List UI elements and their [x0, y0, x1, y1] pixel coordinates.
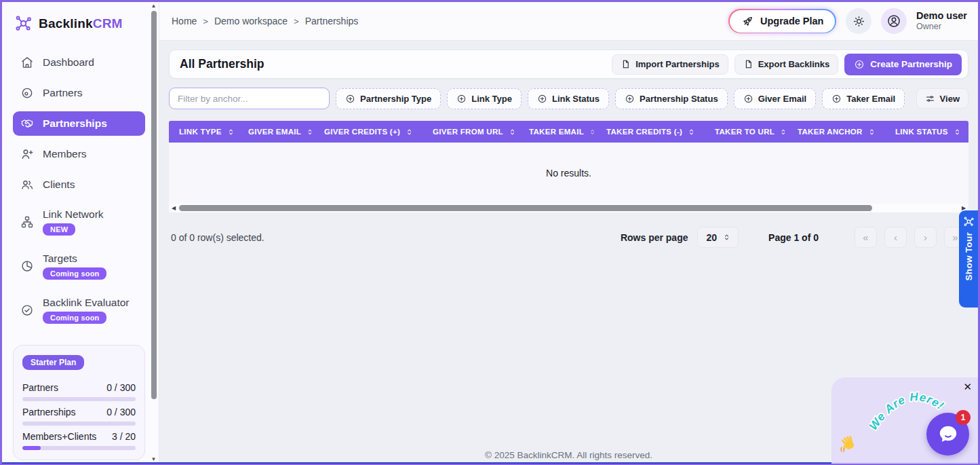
- sort-icon: [867, 128, 876, 136]
- filter-giver-email[interactable]: Giver Email: [734, 88, 817, 109]
- usage-row-members-clients: Members+Clients 3 / 20: [22, 431, 136, 450]
- breadcrumb-workspace[interactable]: Demo workspace: [214, 16, 288, 26]
- sort-icon: [227, 128, 235, 136]
- file-icon: [621, 59, 631, 69]
- column-taker-anchor[interactable]: TAKER ANCHOR: [787, 128, 885, 136]
- usage-row-partnerships: Partnerships 0 / 300: [22, 407, 136, 426]
- filter-partnership-type[interactable]: Partnership Type: [336, 88, 441, 109]
- sidebar-item-clients[interactable]: Clients: [13, 172, 145, 197]
- sidebar: BacklinkCRM Dashboard Partners Partnersh…: [2, 2, 159, 464]
- scroll-down-icon[interactable]: ▼: [151, 456, 157, 463]
- file-icon: [743, 59, 753, 69]
- sidebar-item-targets[interactable]: Targets Coming soon: [13, 247, 145, 285]
- user-name: Demo user: [916, 10, 967, 22]
- sort-icon: [508, 128, 517, 136]
- sort-icon: [405, 128, 414, 136]
- handshake-icon: [20, 117, 34, 130]
- import-partnerships-button[interactable]: Import Partnerships: [612, 54, 728, 75]
- new-badge: NEW: [43, 223, 75, 236]
- close-icon[interactable]: ✕: [963, 382, 972, 392]
- plus-circle-icon: [456, 94, 467, 104]
- brand-network-icon: [14, 14, 33, 33]
- filter-link-type[interactable]: Link Type: [447, 88, 522, 109]
- brand-name: BacklinkCRM: [39, 16, 123, 31]
- rows-per-page-label: Rows per page: [621, 232, 688, 243]
- sidebar-item-backlink-evaluator[interactable]: Backlink Evaluator Coming soon: [13, 291, 145, 329]
- table-header-row: LINK TYPE GIVER EMAIL GIVER CREDITS (+) …: [169, 121, 968, 143]
- coming-soon-badge: Coming soon: [43, 312, 106, 324]
- plus-circle-icon: [625, 94, 635, 104]
- column-taker-to-url[interactable]: TAKER TO URL: [705, 128, 787, 136]
- scroll-left-icon[interactable]: ◀: [170, 205, 177, 211]
- avatar[interactable]: [881, 8, 907, 34]
- plan-name-badge: Starter Plan: [22, 355, 84, 370]
- users-icon: [20, 178, 34, 191]
- rows-selected-text: 0 of 0 row(s) selected.: [171, 232, 264, 243]
- sliders-icon: [925, 94, 935, 104]
- sidebar-item-dashboard[interactable]: Dashboard: [13, 50, 145, 75]
- usage-value: 3 / 20: [112, 431, 136, 442]
- plus-circle-icon: [537, 94, 547, 104]
- chat-bubble-icon: [937, 423, 960, 446]
- chat-launcher-button[interactable]: 1: [926, 413, 969, 455]
- show-tour-label: Show Tour: [964, 232, 974, 280]
- coming-soon-badge: Coming soon: [43, 267, 106, 280]
- export-backlinks-button[interactable]: Export Backlinks: [734, 54, 839, 75]
- usage-value: 0 / 300: [106, 407, 136, 417]
- filter-taker-email[interactable]: Taker Email: [822, 88, 905, 109]
- user-role: Owner: [916, 22, 967, 31]
- column-taker-credits[interactable]: TAKER CREDITS (-): [596, 128, 705, 136]
- scrollbar-thumb[interactable]: [151, 11, 157, 399]
- scrollbar-thumb[interactable]: [179, 205, 872, 211]
- usage-label: Members+Clients: [22, 431, 96, 442]
- usage-progressbar: [22, 422, 136, 426]
- sidebar-item-partnerships[interactable]: Partnerships: [13, 111, 145, 136]
- sort-icon: [953, 128, 962, 136]
- sidebar-nav: Dashboard Partners Partnerships Members …: [13, 50, 145, 335]
- home-icon: [20, 56, 34, 69]
- plan-usage-card: Starter Plan Partners 0 / 300 Partnershi…: [13, 345, 145, 460]
- usage-value: 0 / 300: [106, 382, 136, 393]
- sidebar-item-members[interactable]: Members: [13, 142, 145, 166]
- main-area: Home > Demo workspace > Partnerships Upg…: [159, 2, 978, 464]
- sidebar-scrollbar[interactable]: ▲ ▼: [149, 2, 158, 464]
- horizontal-scrollbar[interactable]: ◀ ▶: [169, 204, 968, 212]
- filter-partnership-status[interactable]: Partnership Status: [615, 88, 728, 109]
- breadcrumb-separator: >: [203, 16, 208, 26]
- scroll-up-icon[interactable]: ▲: [151, 3, 157, 10]
- previous-page-button[interactable]: ‹: [884, 227, 907, 248]
- filter-link-status[interactable]: Link Status: [528, 88, 609, 109]
- rocket-icon: [741, 15, 754, 28]
- next-page-button[interactable]: ›: [914, 227, 937, 248]
- upgrade-plan-button[interactable]: Upgrade Plan: [730, 10, 835, 33]
- column-giver-credits[interactable]: GIVER CREDITS (+): [314, 128, 423, 136]
- network-icon: [963, 216, 975, 227]
- column-giver-from-url[interactable]: GIVER FROM URL: [423, 128, 519, 136]
- show-tour-tab[interactable]: Show Tour: [959, 210, 978, 308]
- theme-toggle-button[interactable]: [846, 8, 871, 34]
- column-giver-email[interactable]: GIVER EMAIL: [238, 128, 314, 136]
- sidebar-item-label: Link Network: [43, 208, 104, 221]
- sitemap-icon: [20, 215, 34, 229]
- create-partnership-button[interactable]: Create Partnership: [844, 54, 962, 75]
- column-link-status[interactable]: LINK STATUS: [885, 128, 968, 136]
- plus-circle-icon: [743, 94, 753, 104]
- first-page-button[interactable]: «: [855, 227, 877, 248]
- sort-icon: [687, 128, 696, 136]
- waving-hand-icon: [840, 434, 860, 454]
- sidebar-item-link-network[interactable]: Link Network NEW: [13, 203, 145, 241]
- breadcrumb-home[interactable]: Home: [172, 16, 197, 26]
- user-menu[interactable]: Demo user Owner: [916, 10, 967, 31]
- breadcrumb-separator: >: [294, 16, 299, 26]
- column-link-type[interactable]: LINK TYPE: [169, 128, 238, 136]
- sidebar-item-partners[interactable]: Partners: [13, 81, 145, 105]
- check-circle-icon: [20, 303, 34, 317]
- brand[interactable]: BacklinkCRM: [13, 12, 145, 50]
- anchor-filter-input[interactable]: [169, 88, 330, 109]
- sort-icon: [306, 128, 314, 136]
- sidebar-item-label: Backlink Evaluator: [43, 297, 130, 309]
- rows-per-page-select[interactable]: 20: [697, 227, 739, 248]
- view-button[interactable]: View: [916, 88, 968, 109]
- user-avatar-icon: [886, 14, 901, 29]
- column-taker-email[interactable]: TAKER EMAIL: [519, 128, 596, 136]
